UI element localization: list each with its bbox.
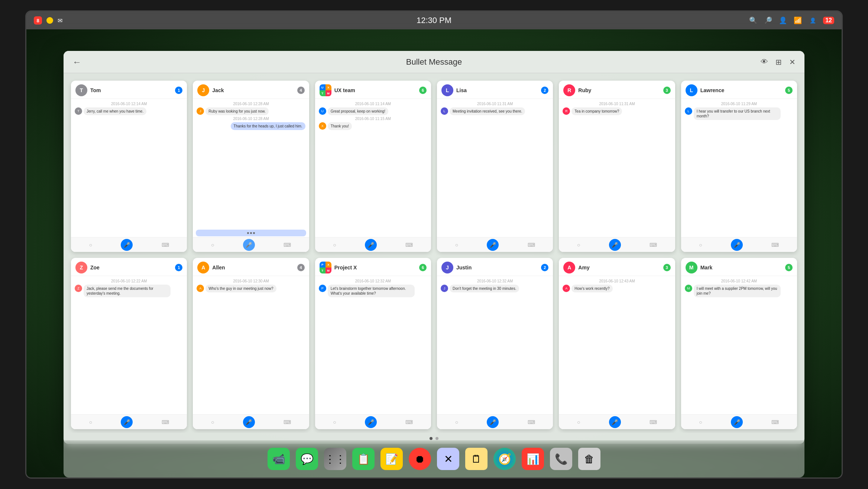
app-window: ← Bullet Message 👁 ⊞ ✕ T Tom 1 [64, 51, 804, 444]
card-keyboard-icon9: ⌨ [405, 419, 413, 425]
card-settings-icon7: ○ [89, 419, 92, 425]
card-keyboard-icon12: ⌨ [771, 419, 779, 425]
card-keyboard-icon3: ⌨ [405, 242, 413, 248]
card-keyboard-icon2: ⌨ [284, 242, 291, 248]
monitor: 8 ✉ 12:30 PM 🔍 🔎 👤 📶 👤 12 ← Bullet Messa… [25, 10, 843, 479]
card-mic-button4[interactable]: 🎤 [487, 239, 499, 251]
card-keyboard-icon7: ⌨ [162, 419, 169, 425]
chat-name-lawrence: Lawrence [700, 87, 782, 93]
chat-name-lisa: Lisa [456, 87, 538, 93]
card-keyboard-icon8: ⌨ [284, 419, 291, 425]
dock-screenium[interactable]: ⏺ [409, 448, 431, 470]
dock-notes2[interactable]: 🗒 [465, 448, 488, 470]
chat-card-amy[interactable]: A Amy 3 2016-06-10 12:43 AM A How's work… [559, 258, 675, 429]
chat-card-lawrence[interactable]: L Lawrence 5 2016-06-10 11:29 AM L I hea… [681, 81, 797, 252]
mail-icon: ✉ [58, 17, 62, 24]
chat-card-ruby[interactable]: R Ruby 3 2016-06-10 11:31 AM R Tea in co… [559, 81, 675, 252]
chat-name-ruby: Ruby [578, 87, 660, 93]
menubar-time: 12:30 PM [417, 16, 451, 25]
grid-icon[interactable]: ⊞ [775, 58, 782, 67]
eye-icon[interactable]: 👁 [761, 58, 768, 66]
card-mic-button12[interactable]: 🎤 [731, 416, 743, 428]
notification-badge: 8 [34, 16, 42, 25]
back-button[interactable]: ← [72, 57, 81, 67]
chat-name-zoe: Zoe [90, 265, 172, 271]
chat-name-mark: Mark [700, 265, 782, 271]
card-settings-icon6: ○ [699, 242, 702, 248]
card-settings-icon9: ○ [333, 419, 336, 425]
chat-card-ux-team[interactable]: U X T M UX team 6 2016-06-10 11:14 AM U … [315, 81, 431, 252]
card-mic-button[interactable]: 🎤 [121, 239, 133, 251]
chat-name-jack: Jack [212, 87, 294, 93]
dock-presenter[interactable]: 📊 [522, 448, 544, 470]
battery-badge: 12 [823, 17, 834, 24]
dock-facetime[interactable]: 📹 [268, 448, 290, 470]
page-dot-1[interactable] [430, 437, 433, 440]
chat-name-amy: Amy [578, 265, 660, 271]
chat-card-zoe[interactable]: Z Zoe 1 2016-06-10 12:22 AM Z Jack, plea… [71, 258, 187, 429]
chat-card-project-x[interactable]: P X T M Project X 6 2016-06-10 12:32 AM … [315, 258, 431, 429]
user-icon[interactable]: 👤 [778, 16, 787, 25]
card-mic-button6[interactable]: 🎤 [731, 239, 743, 251]
card-settings-icon4: ○ [455, 242, 458, 248]
traffic-light-yellow[interactable] [46, 17, 53, 24]
card-mic-button11[interactable]: 🎤 [609, 416, 621, 428]
card-settings-icon: ○ [89, 242, 92, 248]
chat-grid: T Tom 1 2016-06-10 12:14 AM T Jerry, cal… [64, 73, 804, 433]
dock-stickies[interactable]: 📝 [380, 448, 403, 470]
card-keyboard-icon10: ⌨ [528, 419, 535, 425]
card-keyboard-icon6: ⌨ [771, 242, 779, 248]
card-settings-icon5: ○ [577, 242, 580, 248]
card-settings-icon3: ○ [333, 242, 336, 248]
card-keyboard-icon: ⌨ [162, 242, 169, 248]
card-mic-button8[interactable]: 🎤 [243, 416, 255, 428]
chat-card-lisa[interactable]: L Lisa 2 2016-06-10 11:31 AM L Meeting i… [437, 81, 553, 252]
chat-card-mark[interactable]: M Mark 5 2016-06-10 12:42 AM M I will me… [681, 258, 797, 429]
window-controls-right: 👁 ⊞ ✕ [761, 58, 796, 67]
menubar: 8 ✉ 12:30 PM 🔍 🔎 👤 📶 👤 12 [26, 12, 842, 29]
card-keyboard-icon5: ⌨ [650, 242, 657, 248]
chat-name-tom: Tom [90, 87, 172, 93]
wifi-icon: 📶 [793, 16, 802, 25]
card-mic-button5[interactable]: 🎤 [609, 239, 621, 251]
dock-messages[interactable]: 💬 [296, 448, 318, 470]
card-keyboard-icon4: ⌨ [528, 242, 535, 248]
dock-crossover[interactable]: ✕ [437, 448, 459, 470]
card-keyboard-icon11: ⌨ [650, 419, 657, 425]
dock-launchpad[interactable]: ⋮⋮ [324, 448, 346, 470]
desktop: ← Bullet Message 👁 ⊞ ✕ T Tom 1 [26, 29, 842, 477]
card-mic-button7[interactable]: 🎤 [121, 416, 133, 428]
user-avatar: 👤 [808, 16, 817, 25]
card-settings-icon11: ○ [577, 419, 580, 425]
window-title: Bullet Message [406, 57, 462, 67]
card-settings-icon12: ○ [699, 419, 702, 425]
chat-card-jack[interactable]: J Jack 4 2016-06-10 12:28 AM J Ruby was … [193, 81, 309, 252]
card-mic-button9[interactable]: 🎤 [365, 416, 377, 428]
zoom-icon[interactable]: 🔎 [764, 16, 773, 25]
card-settings-icon10: ○ [455, 419, 458, 425]
chat-name-justin: Justin [456, 265, 538, 271]
card-settings-icon8: ○ [211, 419, 214, 425]
chat-name-ux-team: UX team [334, 87, 416, 93]
card-mic-button10[interactable]: 🎤 [487, 416, 499, 428]
chat-card-allen[interactable]: A Allen 4 2016-06-10 12:30 AM A Who's th… [193, 258, 309, 429]
window-titlebar: ← Bullet Message 👁 ⊞ ✕ [64, 51, 804, 73]
chat-card-justin[interactable]: J Justin 2 2016-06-10 12:32 AM J Don't f… [437, 258, 553, 429]
chat-card-tom[interactable]: T Tom 1 2016-06-10 12:14 AM T Jerry, cal… [71, 81, 187, 252]
dock-notes-green[interactable]: 📋 [352, 448, 375, 470]
card-settings-icon2: ○ [211, 242, 214, 248]
dock-trash[interactable]: 🗑 [578, 448, 600, 470]
dock: 📹 💬 ⋮⋮ 📋 📝 ⏺ ✕ 🗒 🧭 📊 📞 🗑 [64, 440, 804, 477]
dock-phone[interactable]: 📞 [550, 448, 572, 470]
chat-name-allen: Allen [212, 265, 294, 271]
close-icon[interactable]: ✕ [789, 58, 796, 67]
dock-safari[interactable]: 🧭 [493, 448, 516, 470]
card-mic-button2[interactable]: 🎤 [243, 239, 255, 251]
page-dot-2[interactable] [435, 437, 438, 440]
chat-name-project-x: Project X [334, 265, 416, 271]
search-icon[interactable]: 🔍 [749, 16, 758, 25]
card-mic-button3[interactable]: 🎤 [365, 239, 377, 251]
